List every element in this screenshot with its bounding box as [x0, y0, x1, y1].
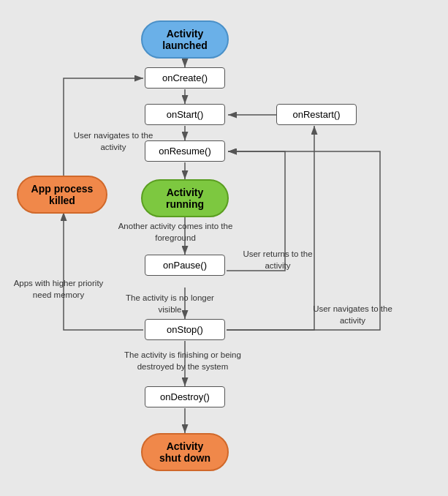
on-destroy-node: onDestroy()	[143, 386, 227, 407]
on-create-node: onCreate()	[143, 67, 227, 89]
activity-launched-label: Activity launched	[141, 20, 229, 59]
label-activity-finishing: The activity is finishing or being destr…	[110, 350, 256, 372]
label-activity-no-longer-visible: The activity is no longer visible	[113, 293, 227, 315]
on-stop-node: onStop()	[143, 319, 227, 340]
label-apps-higher-priority: Apps with higher priority need memory	[4, 278, 113, 301]
activity-launched-node: Activity launched	[137, 20, 232, 59]
on-resume-node: onResume()	[143, 140, 227, 162]
on-start-node: onStart()	[143, 104, 227, 125]
activity-running-label: Activity running	[141, 179, 229, 217]
label-another-activity: Another activity comes into the foregrou…	[117, 221, 234, 244]
activity-running-node: Activity running	[137, 179, 232, 217]
on-resume-label: onResume()	[145, 140, 225, 162]
label-user-returns: User returns to the activity	[241, 249, 314, 271]
on-create-label: onCreate()	[145, 67, 225, 89]
label-user-navigates-right: User navigates to the activity	[311, 304, 395, 326]
activity-shutdown-node: Activity shut down	[137, 433, 232, 471]
on-pause-node: onPause()	[143, 255, 227, 276]
on-destroy-label: onDestroy()	[145, 386, 225, 407]
app-process-killed-label: App process killed	[17, 176, 108, 214]
on-restart-label: onRestart()	[276, 104, 357, 125]
on-pause-label: onPause()	[145, 255, 225, 276]
flowchart-diagram: Activity launched onCreate() onStart() o…	[0, 0, 448, 496]
activity-shutdown-label: Activity shut down	[141, 433, 229, 471]
label-user-navigates-top: User navigates to the activity	[73, 130, 153, 153]
app-process-killed-node: App process killed	[15, 176, 110, 214]
on-start-label: onStart()	[145, 104, 225, 125]
on-restart-node: onRestart()	[276, 104, 352, 125]
on-stop-label: onStop()	[145, 319, 225, 340]
